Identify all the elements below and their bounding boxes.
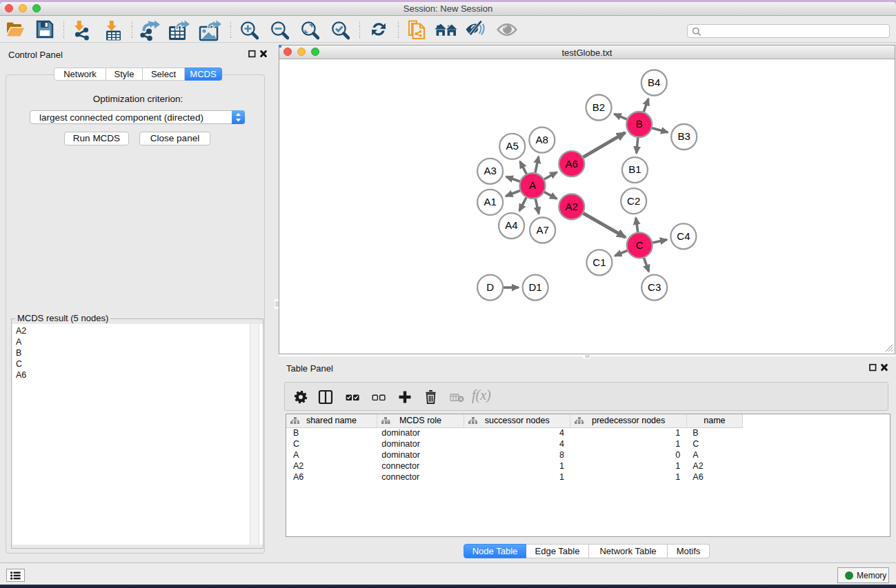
svg-text:A8: A8	[536, 134, 548, 145]
svg-text:A7: A7	[536, 224, 548, 236]
svg-text:C3: C3	[648, 281, 661, 293]
svg-text:A6: A6	[566, 158, 578, 170]
svg-text:C2: C2	[627, 195, 640, 207]
svg-text:D1: D1	[529, 281, 542, 293]
svg-text:B3: B3	[678, 130, 690, 142]
svg-text:D: D	[486, 281, 494, 293]
svg-text:A1: A1	[484, 196, 496, 207]
svg-text:C4: C4	[677, 230, 690, 242]
svg-text:A: A	[529, 179, 536, 191]
svg-text:B: B	[636, 118, 643, 130]
svg-text:B1: B1	[628, 163, 641, 175]
svg-text:A5: A5	[506, 140, 519, 152]
svg-text:C: C	[636, 239, 644, 251]
svg-text:A2: A2	[566, 201, 578, 212]
svg-text:A4: A4	[505, 219, 517, 231]
svg-text:A3: A3	[484, 165, 496, 176]
svg-text:C1: C1	[593, 256, 606, 268]
svg-text:B2: B2	[593, 101, 605, 113]
svg-text:B4: B4	[648, 77, 660, 88]
